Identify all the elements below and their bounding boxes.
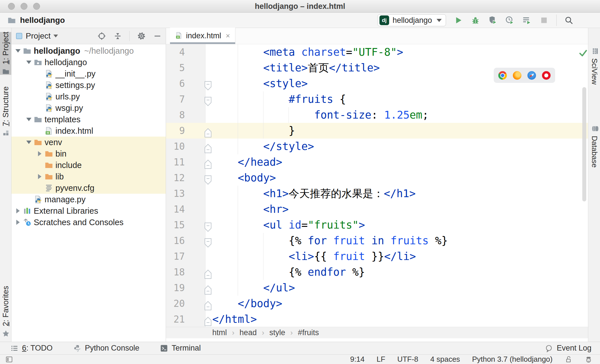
code-line-19[interactable]: 19</ul> xyxy=(166,280,588,296)
tree-item-bin[interactable]: bin xyxy=(11,148,166,159)
tree-item-label: hellodjango xyxy=(45,58,87,67)
collapsed-arrow-icon[interactable] xyxy=(38,174,41,179)
code-line-7[interactable]: 7#fruits { xyxy=(166,91,588,107)
editor-tab-bar: H index.html × xyxy=(166,28,588,44)
chrome-browser-icon[interactable] xyxy=(498,71,507,80)
structure-icon xyxy=(2,129,9,136)
expanded-arrow-icon[interactable] xyxy=(26,61,31,64)
code-line-14[interactable]: 14<hr> xyxy=(166,201,588,217)
python-icon xyxy=(45,104,53,112)
breadcrumb-item-html[interactable]: html xyxy=(212,328,227,337)
pycon-icon xyxy=(73,344,81,352)
lock-icon[interactable] xyxy=(565,355,573,363)
safari-browser-icon[interactable] xyxy=(527,71,536,80)
code-line-13[interactable]: 13<h1>今天推荐的水果是：</h1> xyxy=(166,186,588,201)
tree-item-wsgi-py[interactable]: wsgi.py xyxy=(11,102,166,114)
locate-button[interactable] xyxy=(97,32,106,40)
opera-browser-icon[interactable] xyxy=(542,71,551,80)
tree-item-pyvenv-cfg[interactable]: pyvenv.cfg xyxy=(11,182,166,194)
tree-item-hellodjango[interactable]: hellodjango xyxy=(11,57,166,68)
sidebar-tab-structure[interactable]: 7: Structure xyxy=(0,86,11,136)
tree-item-label: settings.py xyxy=(55,81,95,90)
chevron-down-icon[interactable] xyxy=(53,35,58,37)
run-with-button[interactable] xyxy=(522,15,532,25)
tree-item-hellodjango[interactable]: hellodjango~/hellodjango xyxy=(11,45,166,57)
stop-button[interactable] xyxy=(539,15,549,25)
todo-icon xyxy=(10,344,18,352)
code-line-10[interactable]: 10</style> xyxy=(166,139,588,154)
code-line-20[interactable]: 20</body> xyxy=(166,296,588,311)
sidebar-tab-favorites[interactable]: 2: Favorites xyxy=(0,284,11,339)
indent-setting[interactable]: 4 spaces xyxy=(430,355,460,364)
code-line-4[interactable]: 4<meta charset="UTF-8"> xyxy=(166,44,588,60)
tree-item-venv[interactable]: venv xyxy=(11,137,166,148)
code-editor[interactable]: 4<meta charset="UTF-8">5<title>首页</title… xyxy=(166,44,588,327)
tree-item-label: urls.py xyxy=(55,92,80,101)
tree-item-scratches-and-consoles[interactable]: Scratches and Consoles xyxy=(11,217,166,228)
collapsed-arrow-icon[interactable] xyxy=(16,220,20,225)
close-tab-icon[interactable]: × xyxy=(226,31,230,40)
sidebar-tab-sciview[interactable]: SciView xyxy=(588,33,600,99)
fold-marker-up-icon[interactable] xyxy=(204,315,212,327)
editor-scrollbar[interactable] xyxy=(582,87,586,201)
tool-window-toggle-icon[interactable] xyxy=(5,355,13,363)
sidebar-tab-database[interactable]: Database xyxy=(588,109,600,183)
line-number: 15 xyxy=(166,217,185,233)
code-line-15[interactable]: 15<ul id="fruits"> xyxy=(166,217,588,233)
code-line-12[interactable]: 12<body> xyxy=(166,170,588,186)
coverage-button[interactable] xyxy=(488,15,497,25)
expanded-arrow-icon[interactable] xyxy=(26,118,31,121)
profiler-button[interactable] xyxy=(505,15,515,25)
code-line-17[interactable]: 17<li>{{ fruit }}</li> xyxy=(166,249,588,264)
tree-item--init-py[interactable]: __init__.py xyxy=(11,68,166,79)
firefox-browser-icon[interactable] xyxy=(513,71,521,80)
toolwindow-button-todo[interactable]: 6: TODO xyxy=(10,344,53,353)
breadcrumb-item-style[interactable]: style xyxy=(269,328,285,337)
hide-button[interactable] xyxy=(153,32,162,40)
hector-inspections-icon[interactable] xyxy=(585,355,593,363)
code-line-9[interactable]: 9} xyxy=(166,123,588,139)
tree-item-index-html[interactable]: Hindex.html xyxy=(11,125,166,137)
inspections-ok-icon[interactable] xyxy=(579,46,587,62)
line-number: 4 xyxy=(166,44,185,60)
html-icon: H xyxy=(45,127,53,135)
breadcrumb-item-fruits[interactable]: #fruits xyxy=(298,328,319,337)
collapse-all-button[interactable] xyxy=(113,32,122,40)
caret-position[interactable]: 9:14 xyxy=(350,355,365,364)
code-line-21[interactable]: 21</html> xyxy=(166,311,588,327)
expanded-arrow-icon[interactable] xyxy=(26,141,31,144)
tree-item-external-libraries[interactable]: External Libraries xyxy=(11,205,166,217)
line-number: 19 xyxy=(166,280,185,296)
collapsed-arrow-icon[interactable] xyxy=(38,151,41,156)
tree-item-manage-py[interactable]: manage.py xyxy=(11,194,166,205)
line-separator[interactable]: LF xyxy=(377,355,385,364)
breadcrumb-item-head[interactable]: head xyxy=(239,328,257,337)
tree-item-templates[interactable]: templates xyxy=(11,114,166,125)
code-line-18[interactable]: 18{% endfor %} xyxy=(166,264,588,280)
python-interpreter[interactable]: Python 3.7 (hellodjango) xyxy=(472,355,553,364)
project-folder-icon xyxy=(7,16,16,25)
toolwindow-button-event-log[interactable]: Event Log xyxy=(545,344,591,353)
toolwindow-button-terminal[interactable]: Terminal xyxy=(160,344,201,353)
run-button[interactable] xyxy=(453,15,463,25)
sidebar-tab-project[interactable]: 1: Project xyxy=(0,32,11,75)
tree-item-lib[interactable]: lib xyxy=(11,171,166,182)
code-line-8[interactable]: 8font-size: 1.25em; xyxy=(166,107,588,123)
search-everywhere-button[interactable] xyxy=(564,15,574,25)
tab-index-html[interactable]: H index.html × xyxy=(170,28,235,44)
toolwindow-button-python-console[interactable]: Python Console xyxy=(73,344,139,353)
tree-item-settings-py[interactable]: settings.py xyxy=(11,79,166,91)
favorites-tab-label: 2: Favorites xyxy=(1,286,10,326)
expanded-arrow-icon[interactable] xyxy=(15,49,21,53)
code-line-11[interactable]: 11</head> xyxy=(166,154,588,170)
folder-ex-icon xyxy=(45,149,53,158)
file-encoding[interactable]: UTF-8 xyxy=(397,355,418,364)
tree-item-include[interactable]: include xyxy=(11,159,166,171)
tree-item-urls-py[interactable]: urls.py xyxy=(11,91,166,102)
run-configuration-label: hellodjango xyxy=(393,16,432,25)
settings-button[interactable] xyxy=(137,32,146,40)
collapsed-arrow-icon[interactable] xyxy=(16,208,20,213)
debug-button[interactable] xyxy=(471,15,480,25)
code-line-16[interactable]: 16{% for fruit in fruits %} xyxy=(166,233,588,249)
run-configuration-select[interactable]: dj hellodjango xyxy=(377,14,446,26)
